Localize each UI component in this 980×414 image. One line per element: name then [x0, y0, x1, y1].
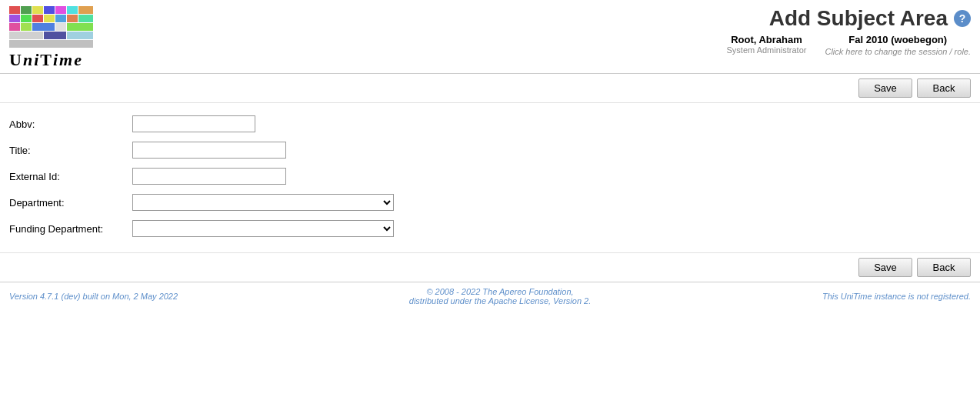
- svg-rect-3: [44, 6, 55, 14]
- svg-rect-21: [67, 32, 93, 39]
- svg-rect-13: [78, 15, 93, 22]
- logo-text: UniTime: [9, 50, 83, 70]
- top-toolbar: Save Back: [0, 74, 980, 103]
- title-input[interactable]: [132, 142, 286, 159]
- svg-rect-22: [9, 40, 93, 48]
- user-session-info: Root, Abraham System Administrator Fal 2…: [727, 34, 971, 57]
- title-row: Title:: [9, 137, 971, 163]
- abbv-input[interactable]: [132, 115, 255, 132]
- footer-license-line2: distributed under the Apache License, Ve…: [409, 296, 591, 305]
- department-row: Department:: [9, 189, 971, 215]
- bottom-toolbar: Save Back: [0, 252, 980, 282]
- abbv-label: Abbv:: [9, 119, 132, 130]
- footer-license: © 2008 - 2022 The Apereo Foundation, dis…: [409, 287, 591, 305]
- external-id-label: External Id:: [9, 171, 132, 182]
- svg-rect-10: [44, 15, 55, 22]
- svg-rect-7: [9, 15, 20, 22]
- department-select[interactable]: [132, 194, 394, 211]
- svg-rect-4: [55, 6, 66, 14]
- svg-rect-11: [55, 15, 66, 22]
- footer-version: Version 4.7.1 (dev) built on Mon, 2 May …: [9, 292, 178, 301]
- svg-rect-8: [21, 15, 32, 22]
- svg-rect-15: [21, 23, 32, 31]
- svg-rect-9: [32, 15, 43, 22]
- page-title: Add Subject Area ?: [769, 6, 971, 31]
- svg-rect-14: [9, 23, 20, 31]
- svg-rect-6: [78, 6, 93, 14]
- help-icon[interactable]: ?: [954, 10, 971, 27]
- abbv-row: Abbv:: [9, 111, 971, 137]
- svg-rect-18: [67, 23, 93, 31]
- user-info: Root, Abraham System Administrator: [727, 34, 807, 57]
- user-name: Root, Abraham: [727, 34, 807, 45]
- header-right: Add Subject Area ? Root, Abraham System …: [727, 6, 971, 57]
- funding-department-select[interactable]: [132, 220, 394, 237]
- svg-rect-20: [44, 32, 66, 39]
- svg-rect-1: [21, 6, 32, 14]
- page-header: UniTime Add Subject Area ? Root, Abraham…: [0, 0, 980, 74]
- form-area: Abbv: Title: External Id: Department: Fu…: [0, 103, 980, 249]
- logo-grid-icon: [9, 6, 94, 48]
- external-id-input[interactable]: [132, 168, 286, 185]
- save-button-bottom[interactable]: Save: [858, 258, 912, 277]
- user-role: System Administrator: [727, 45, 807, 55]
- session-change-link[interactable]: Click here to change the session / role.: [825, 47, 971, 56]
- back-button-bottom[interactable]: Back: [917, 258, 971, 277]
- funding-department-label: Funding Department:: [9, 223, 132, 235]
- title-label: Title:: [9, 145, 132, 156]
- footer-license-line1: © 2008 - 2022 The Apereo Foundation,: [426, 287, 573, 296]
- page-footer: Version 4.7.1 (dev) built on Mon, 2 May …: [0, 282, 980, 310]
- svg-rect-12: [67, 15, 78, 22]
- svg-rect-2: [32, 6, 43, 14]
- session-info: Fal 2010 (woebegon) Click here to change…: [825, 34, 971, 57]
- funding-department-row: Funding Department:: [9, 215, 971, 242]
- logo-area: UniTime: [9, 6, 94, 70]
- page-title-text: Add Subject Area: [769, 6, 948, 31]
- footer-registration: This UniTime instance is not registered.: [822, 292, 971, 301]
- svg-rect-17: [55, 23, 66, 31]
- svg-rect-19: [9, 32, 43, 39]
- back-button-top[interactable]: Back: [917, 78, 971, 98]
- save-button-top[interactable]: Save: [858, 78, 912, 98]
- svg-rect-5: [67, 6, 78, 14]
- svg-rect-16: [32, 23, 55, 31]
- svg-rect-0: [9, 6, 20, 14]
- external-id-row: External Id:: [9, 163, 971, 189]
- session-name: Fal 2010 (woebegon): [825, 34, 971, 45]
- department-label: Department:: [9, 197, 132, 209]
